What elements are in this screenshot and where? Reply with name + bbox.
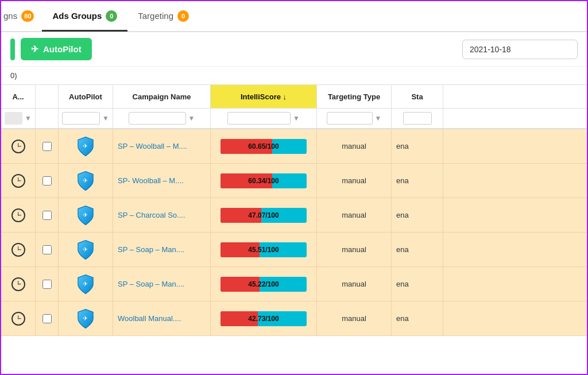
intelli-score-label: 47.07/100 — [220, 211, 307, 219]
row-checkbox-cell-2 — [36, 198, 59, 232]
row-campaign-5[interactable]: Woolball Manual.... — [113, 301, 211, 335]
campaign-link-3[interactable]: SP – Soap – Man.... — [118, 245, 206, 254]
svg-text:✈: ✈ — [83, 280, 88, 287]
filter-a-box[interactable] — [5, 112, 22, 125]
tab-ads-groups[interactable]: Ads Groups 0 — [42, 2, 127, 32]
row-checkbox-3[interactable] — [42, 245, 52, 254]
row-targeting-0: manual — [317, 129, 392, 163]
clock-icon — [11, 312, 25, 326]
filter-autopilot-icon[interactable]: ▼ — [102, 114, 109, 122]
date-input[interactable] — [462, 40, 578, 59]
row-autopilot-0: ✈ — [59, 129, 113, 163]
filter-intelli: ▼ — [211, 109, 317, 128]
row-clock-3 — [1, 233, 36, 266]
campaign-link-1[interactable]: SP- Woolball – M.... — [118, 176, 206, 185]
tab-ads-groups-label: Ads Groups — [52, 11, 102, 21]
filter-status-input[interactable] — [403, 112, 432, 125]
row-checkbox-2[interactable] — [42, 211, 52, 220]
campaign-link-2[interactable]: SP – Charcoal So.... — [118, 211, 206, 219]
th-intelliscore: IntelliScore ↓ — [211, 85, 317, 108]
filter-autopilot-input[interactable] — [62, 112, 100, 125]
row-campaign-3[interactable]: SP – Soap – Man.... — [113, 233, 211, 266]
tab-campaigns[interactable]: gns 80 — [1, 2, 42, 32]
row-clock-1 — [1, 164, 36, 198]
status-text: ena — [396, 280, 438, 288]
tab-targeting-badge: 0 — [177, 10, 189, 22]
th-status: Sta — [392, 85, 443, 108]
row-autopilot-2: ✈ — [59, 198, 113, 232]
filter-intelli-input[interactable] — [227, 112, 291, 125]
row-checkbox-1[interactable] — [42, 176, 52, 185]
tab-ads-groups-badge: 0 — [106, 10, 117, 22]
row-targeting-3: manual — [317, 233, 392, 266]
filter-intelli-icon[interactable]: ▼ — [293, 114, 300, 122]
intelli-bar-3: 45.51/100 — [220, 242, 307, 257]
status-text: ena — [396, 176, 438, 185]
intelli-bar-4: 45.22/100 — [220, 277, 307, 292]
table-row: ✈ SP – Charcoal So.... 47.07/100 manual … — [1, 198, 587, 233]
filter-targeting-input[interactable] — [327, 112, 373, 125]
row-status-3: ena — [392, 233, 443, 266]
autopilot-button[interactable]: ✈ AutoPilot — [21, 38, 92, 60]
svg-text:✈: ✈ — [83, 246, 88, 253]
row-intelli-1: 60.34/100 — [211, 164, 317, 198]
tab-targeting[interactable]: Targeting 0 — [127, 2, 199, 32]
row-autopilot-5: ✈ — [59, 301, 113, 335]
filter-a-icon[interactable]: ▼ — [25, 114, 32, 122]
row-status-5: ena — [392, 301, 443, 335]
th-check — [36, 85, 59, 108]
row-checkbox-0[interactable] — [42, 142, 52, 151]
svg-text:✈: ✈ — [83, 142, 88, 149]
row-targeting-1: manual — [317, 164, 392, 198]
row-campaign-4[interactable]: SP – Soap – Man.... — [113, 267, 211, 301]
row-checkbox-5[interactable] — [42, 314, 52, 323]
row-intelli-3: 45.51/100 — [211, 233, 317, 266]
filter-targeting-icon[interactable]: ▼ — [375, 114, 382, 122]
toolbar-right — [462, 40, 578, 59]
tab-campaigns-label: gns — [3, 11, 17, 21]
targeting-text: manual — [342, 211, 366, 219]
filter-campaign-icon[interactable]: ▼ — [188, 114, 195, 122]
campaign-link-4[interactable]: SP – Soap – Man.... — [118, 280, 206, 288]
campaign-link-0[interactable]: SP – Woolball – M.... — [118, 142, 206, 150]
section-label: 0) — [1, 67, 587, 84]
intelli-score-label: 45.51/100 — [220, 246, 307, 254]
table-row: ✈ SP- Woolball – M.... 60.34/100 manual … — [1, 164, 587, 198]
clock-icon — [11, 277, 25, 291]
row-autopilot-3: ✈ — [59, 233, 113, 266]
filter-row: ▼ ▼ ▼ ▼ ▼ — [1, 109, 587, 129]
filter-autopilot: ▼ — [59, 109, 113, 128]
shield-icon: ✈ — [75, 171, 96, 191]
row-clock-2 — [1, 198, 36, 232]
shield-icon: ✈ — [75, 308, 96, 329]
intelli-bar-1: 60.34/100 — [220, 173, 307, 188]
clock-icon — [11, 208, 25, 222]
row-targeting-5: manual — [317, 301, 392, 335]
row-status-0: ena — [392, 129, 443, 163]
toolbar: ✈ AutoPilot — [1, 32, 587, 67]
campaign-link-5[interactable]: Woolball Manual.... — [118, 314, 206, 323]
intelli-score-label: 60.34/100 — [220, 177, 307, 185]
svg-text:✈: ✈ — [83, 177, 88, 184]
intelli-bar-2: 47.07/100 — [220, 208, 307, 223]
clock-icon — [11, 243, 25, 257]
row-status-1: ena — [392, 164, 443, 198]
intelli-score-label: 45.22/100 — [220, 280, 307, 288]
svg-text:✈: ✈ — [83, 315, 88, 322]
clock-icon — [11, 174, 25, 188]
row-clock-0 — [1, 129, 36, 163]
row-clock-5 — [1, 301, 36, 335]
targeting-text: manual — [342, 142, 366, 150]
filter-campaign-input[interactable] — [129, 112, 186, 125]
th-autopilot: AutoPilot — [59, 85, 113, 108]
plane-icon: ✈ — [31, 44, 38, 55]
targeting-text: manual — [342, 280, 366, 288]
row-checkbox-cell-3 — [36, 233, 59, 266]
row-campaign-1[interactable]: SP- Woolball – M.... — [113, 164, 211, 198]
row-status-4: ena — [392, 267, 443, 301]
targeting-text: manual — [342, 245, 366, 254]
row-checkbox-4[interactable] — [42, 280, 52, 289]
row-campaign-0[interactable]: SP – Woolball – M.... — [113, 129, 211, 163]
row-campaign-2[interactable]: SP – Charcoal So.... — [113, 198, 211, 232]
table-row: ✈ Woolball Manual.... 42.73/100 manual e… — [1, 301, 587, 336]
